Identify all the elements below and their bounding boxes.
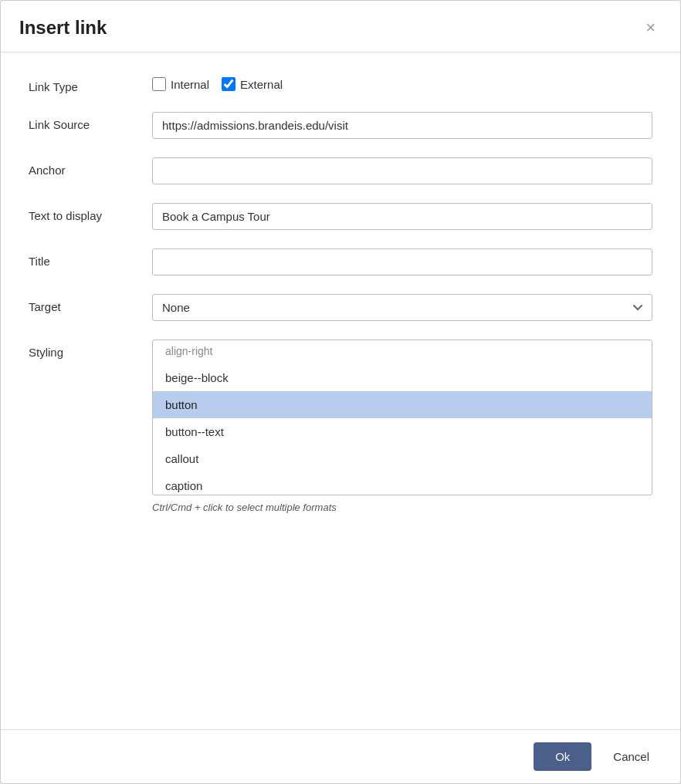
styling-row: Styling align-right beige--block button … — [29, 340, 652, 513]
cancel-button[interactable]: Cancel — [601, 742, 662, 771]
styling-control: align-right beige--block button button--… — [152, 340, 652, 513]
text-to-display-input[interactable] — [152, 203, 652, 230]
external-checkbox[interactable] — [222, 77, 235, 91]
dropdown-item-button-text[interactable]: button--text — [153, 418, 652, 445]
dialog-title: Insert link — [19, 17, 107, 39]
dropdown-item-button[interactable]: button — [153, 391, 652, 418]
target-control: None _blank _self _parent _top — [152, 294, 652, 321]
link-type-controls: Internal External — [152, 74, 652, 91]
anchor-control — [152, 157, 652, 184]
dropdown-item-beige-block[interactable]: beige--block — [153, 364, 652, 391]
title-row: Title — [29, 248, 652, 275]
link-source-input[interactable] — [152, 112, 652, 139]
title-input[interactable] — [152, 248, 652, 275]
external-label: External — [240, 78, 283, 91]
internal-label: Internal — [171, 78, 209, 91]
text-to-display-control — [152, 203, 652, 230]
close-button[interactable]: × — [639, 16, 662, 39]
styling-dropdown: align-right beige--block button button--… — [152, 340, 652, 495]
dialog-header: Insert link × — [1, 1, 680, 52]
target-select[interactable]: None _blank _self _parent _top — [152, 294, 652, 321]
text-to-display-row: Text to display — [29, 203, 652, 230]
text-to-display-label: Text to display — [29, 203, 152, 222]
styling-label: Styling — [29, 340, 152, 359]
link-type-label: Link Type — [29, 74, 152, 93]
target-row: Target None _blank _self _parent _top — [29, 294, 652, 321]
ok-button[interactable]: Ok — [534, 742, 591, 771]
link-type-row: Link Type Internal External — [29, 74, 652, 93]
dialog-footer: Ok Cancel — [1, 729, 680, 783]
external-checkbox-label[interactable]: External — [222, 77, 283, 91]
insert-link-dialog: Insert link × Link Type Internal Externa… — [0, 0, 681, 784]
styling-hint: Ctrl/Cmd + click to select multiple form… — [152, 502, 652, 513]
dropdown-item-caption[interactable]: caption — [153, 472, 652, 495]
styling-dropdown-list[interactable]: align-right beige--block button button--… — [153, 340, 652, 495]
dialog-body: Link Type Internal External Link Source — [1, 52, 680, 729]
title-label: Title — [29, 248, 152, 268]
link-source-row: Link Source — [29, 112, 652, 139]
anchor-label: Anchor — [29, 157, 152, 177]
title-control — [152, 248, 652, 275]
target-label: Target — [29, 294, 152, 313]
link-source-control — [152, 112, 652, 139]
internal-checkbox[interactable] — [152, 77, 166, 91]
anchor-row: Anchor — [29, 157, 652, 184]
link-source-label: Link Source — [29, 112, 152, 131]
dropdown-item-callout[interactable]: callout — [153, 445, 652, 472]
dropdown-item-align-right[interactable]: align-right — [153, 340, 652, 364]
anchor-input[interactable] — [152, 157, 652, 184]
internal-checkbox-label[interactable]: Internal — [152, 77, 209, 91]
